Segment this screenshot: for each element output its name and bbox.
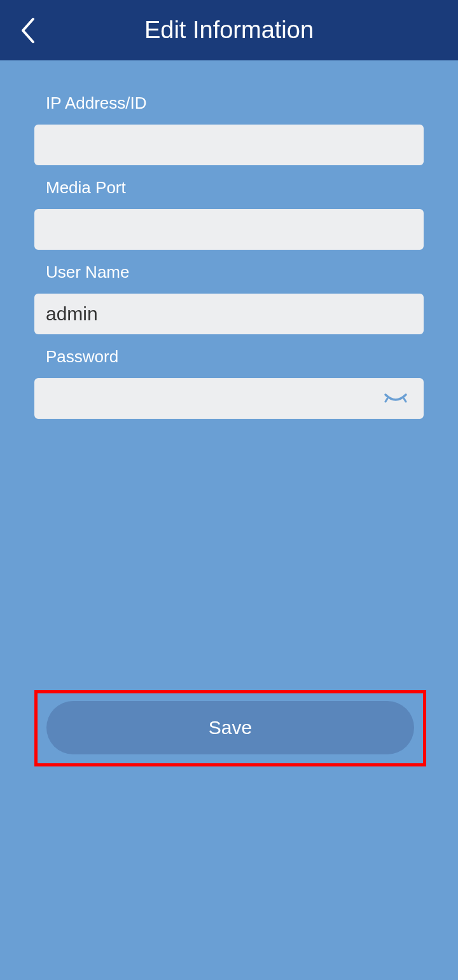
form-group-user-name: User Name	[34, 262, 424, 334]
toggle-password-visibility[interactable]	[384, 391, 408, 406]
password-input[interactable]	[34, 378, 424, 419]
media-port-input[interactable]	[34, 209, 424, 250]
ip-address-label: IP Address/ID	[34, 93, 424, 113]
save-button-highlight: Save	[34, 690, 426, 766]
form-group-ip-address: IP Address/ID	[34, 93, 424, 165]
back-button[interactable]	[19, 17, 38, 44]
svg-line-0	[385, 398, 387, 402]
media-port-label: Media Port	[34, 178, 424, 198]
ip-address-input[interactable]	[34, 125, 424, 165]
form-container: IP Address/ID Media Port User Name Passw…	[0, 60, 458, 419]
password-wrapper	[34, 378, 424, 419]
page-title: Edit Information	[0, 17, 458, 44]
save-button[interactable]: Save	[46, 701, 414, 754]
user-name-input[interactable]	[34, 294, 424, 334]
password-label: Password	[34, 347, 424, 367]
chevron-left-icon	[19, 17, 38, 44]
user-name-label: User Name	[34, 262, 424, 282]
header: Edit Information	[0, 0, 458, 60]
eye-closed-icon	[384, 391, 408, 406]
form-group-media-port: Media Port	[34, 178, 424, 250]
form-group-password: Password	[34, 347, 424, 419]
svg-line-1	[404, 398, 406, 402]
